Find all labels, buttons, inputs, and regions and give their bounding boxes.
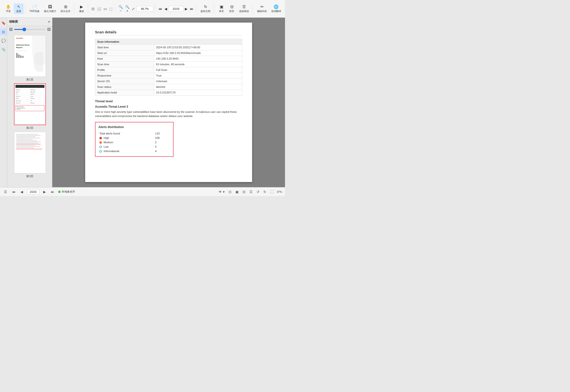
fit-page-bottom-button[interactable]: ⊡ — [228, 189, 233, 194]
fit-height-button[interactable]: ▭ — [102, 6, 108, 11]
scan-label-scan-status: Scan status — [95, 84, 154, 90]
high-severity-dot — [99, 137, 102, 139]
thumbnail-label-1: 第1页 — [26, 78, 33, 82]
thumbnail-item-3[interactable]: 第3页 — [14, 132, 46, 178]
thumb2-cell-val-7: Unknown — [30, 102, 44, 103]
attachment-icon-btn[interactable]: 📎 — [0, 46, 7, 53]
alerts-high-row: High 108 — [98, 136, 170, 140]
dual-page-label: 双页 — [229, 10, 234, 13]
word-translate-button[interactable]: 🌐 划词翻译 — [269, 3, 283, 14]
last-page-button[interactable]: ⏭ — [189, 6, 194, 11]
thumb2-cell-2: Start url — [15, 91, 30, 93]
continuous-read-button[interactable]: ☰ 连续阅读 — [237, 3, 251, 14]
split-merge-icon: ⊞ — [64, 4, 67, 9]
dual-page-button[interactable]: ⊟ 双页 — [227, 3, 237, 14]
view-options-button[interactable]: 👁 ▾ — [218, 189, 226, 194]
toolbar-group-pdf: 📄 PDF转换 🖼 输出为图片 ⊞ 拆分合并 — [26, 3, 74, 14]
fit-selection-button[interactable]: ⬚ — [108, 6, 113, 11]
thumb2-cell-val-2: https://192... — [30, 91, 44, 93]
toolbar-group-fit: ⊡ ⬜ ▭ ⬚ — [89, 6, 115, 11]
pdf-content-area: Scan details Scan information Start time… — [52, 18, 285, 187]
play-button[interactable]: ▶ 播放 — [77, 3, 87, 14]
split-merge-button[interactable]: ⊞ 拆分合并 — [59, 3, 73, 14]
bottom-page-input[interactable]: 2/215 — [27, 189, 39, 195]
rotate-left-bottom-button[interactable]: ↺ — [256, 189, 261, 194]
fit-page-button[interactable]: ⊡ — [91, 6, 95, 11]
thumb3-line-7 — [16, 141, 41, 142]
single-page-button[interactable]: ▣ 单页 — [217, 3, 226, 14]
comment-icon-btn[interactable]: 💬 — [0, 37, 7, 44]
thumb2-row-2: Start url https://192... — [15, 91, 44, 93]
rotate-right-bottom-button[interactable]: ↻ — [263, 189, 267, 194]
single-page-bottom-button[interactable]: ▣ — [234, 189, 240, 194]
bottom-bar: ☰ ⏮ ◀ 2/215 ▶ ⏭ 本地备份开 👁 ▾ ⊡ ▣ ⊟ ☰ ↺ ↻ ⛶ … — [0, 187, 285, 196]
continuous-read-icon: ☰ — [242, 4, 246, 9]
scan-details-title: Scan details — [95, 30, 242, 36]
prev-page-button[interactable]: ◀ — [163, 6, 168, 11]
zoom-in-button[interactable]: 🔍+ — [124, 4, 130, 13]
select-tool-button[interactable]: ↖ 选择 — [14, 3, 24, 14]
first-page-button[interactable]: ⏮ — [158, 6, 163, 11]
bookmark-icon-btn[interactable]: 🔖 — [0, 20, 7, 27]
alerts-total-value: 119 — [154, 131, 170, 136]
zoom-reset-button[interactable]: ⤢ — [131, 6, 136, 11]
bar-4 — [22, 56, 24, 58]
rotate-doc-button[interactable]: ↻ 旋转文档 — [199, 3, 212, 14]
export-image-button[interactable]: 🖼 输出为图片 — [42, 4, 58, 14]
sidebar-toggle-button[interactable]: ☰ — [3, 189, 8, 194]
threat-description: One or more high-severity type vulnerabi… — [95, 110, 242, 118]
thumb3-line-3 — [16, 136, 35, 137]
bottom-prev-page-button[interactable]: ◀ — [19, 189, 24, 194]
threat-section-title: Threat level — [95, 99, 242, 103]
thumb2-alerts-title: Alerts distribution — [17, 106, 43, 107]
thumbnail-frame-2: Start time 2024-05-19... Start url https… — [14, 84, 46, 125]
scan-label-profile: Profile — [95, 67, 154, 73]
next-page-button[interactable]: ▶ — [184, 6, 189, 11]
scan-row-profile: Profile Full Scan — [95, 67, 242, 73]
thumbnail-label-2: 第2页 — [26, 126, 33, 130]
thumb2-rows: Start time 2024-05-19... Start url https… — [15, 88, 44, 112]
thumbnail-item-1[interactable]: acunetix Affected ItemsReport — — — — — … — [14, 35, 46, 82]
thumb2-row-1: Start time 2024-05-19... — [15, 89, 44, 91]
bottom-next-page-button[interactable]: ▶ — [42, 189, 47, 194]
thumbnail-item-2[interactable]: Start time 2024-05-19... Start url https… — [14, 84, 46, 130]
export-image-icon: 🖼 — [48, 5, 52, 9]
continuous-bottom-button[interactable]: ☰ — [248, 189, 254, 194]
scan-label-scan-time: Scan time — [95, 62, 154, 67]
pdf-convert-button[interactable]: 📄 PDF转换 — [28, 3, 42, 14]
thumbnail-label-3: 第3页 — [26, 174, 33, 178]
zoom-out-button[interactable]: 🔍− — [117, 4, 124, 13]
alerts-high-value: 108 — [154, 136, 170, 140]
hand-tool-button[interactable]: ✋ 手形 — [3, 3, 13, 14]
edit-content-button[interactable]: ✏ 编辑内容 — [255, 3, 269, 14]
page-input[interactable]: 2/215 — [169, 6, 183, 12]
scan-label-start-url: Start url — [95, 50, 154, 56]
fullscreen-bottom-button[interactable]: ⛶ — [269, 189, 275, 194]
thumbnail-frame-1: acunetix Affected ItemsReport — — — — — … — [14, 35, 46, 77]
thumbnail-zoom-slider[interactable] — [14, 29, 46, 30]
bottom-first-page-button[interactable]: ⏮ — [11, 189, 16, 194]
thumb3-line-6 — [16, 140, 37, 141]
alerts-low-row: Low 5 — [98, 144, 170, 149]
bottom-last-page-button[interactable]: ⏭ — [50, 189, 55, 194]
thumbnails-area: acunetix Affected ItemsReport — — — — — … — [7, 33, 53, 187]
rotate-doc-label: 旋转文档 — [201, 10, 210, 13]
toolbar-group-nav: ⏮ ◀ 2/215 ▶ ⏭ — [156, 6, 196, 12]
thumb3-lines — [15, 133, 45, 151]
fit-width-button[interactable]: ⬜ — [96, 6, 102, 11]
thumbnail-icon-btn[interactable]: ⊟ — [0, 28, 7, 35]
screenshot-button[interactable]: ✂ 截屏 — [284, 3, 285, 14]
thumb3-line-1 — [16, 134, 38, 135]
sidebar-combined: 🔖 ⊟ 💬 📎 缩略图 ✕ 🖼 🖼 acunetix — [0, 18, 52, 187]
toolbar-group-edit: ✏ 编辑内容 🌐 划词翻译 ✂ 截屏 🌐 全文翻译 — [254, 3, 285, 14]
sidebar-close-button[interactable]: ✕ — [48, 20, 51, 24]
thumb2-row-4: Scan time 63 min... — [15, 96, 44, 98]
dual-page-bottom-button[interactable]: ⊟ — [242, 189, 247, 194]
scan-row-responsive: Responsive True — [95, 73, 242, 79]
pdf-convert-icon: 📄 — [32, 4, 37, 9]
hand-label: 手形 — [6, 10, 11, 13]
alerts-total-row: Total alerts found 119 — [98, 131, 170, 136]
scan-row-start-time: Start time 2024-05-19T13:53:55.333217+08… — [95, 45, 242, 50]
zoom-input[interactable]: 66.7% — [136, 6, 153, 12]
toolbar-group-play: ▶ 播放 — [75, 3, 88, 14]
